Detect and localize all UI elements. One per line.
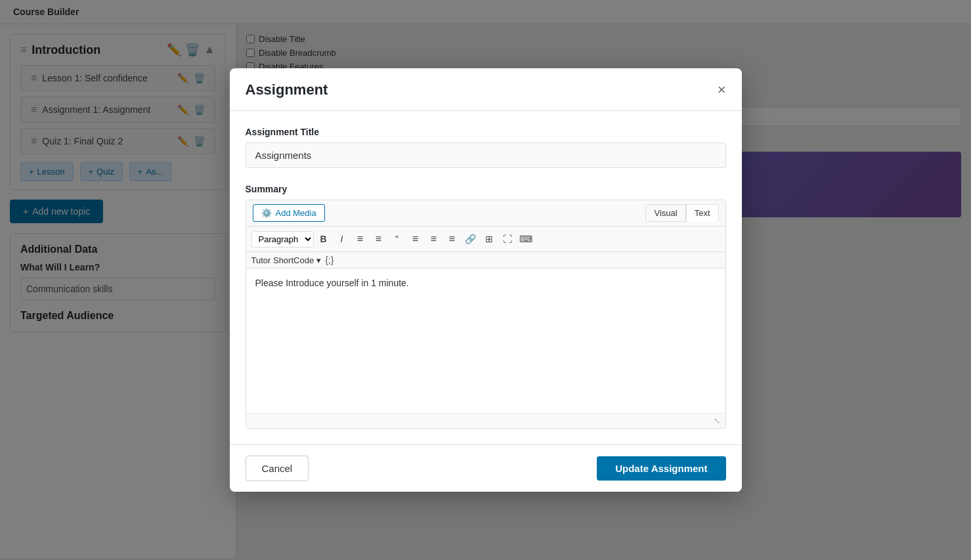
align-right-button[interactable]: ≡ (444, 230, 461, 248)
add-media-button[interactable]: ⚙️ Add Media (253, 204, 325, 222)
assignment-title-label: Assignment Title (246, 127, 726, 137)
editor-container: ⚙️ Add Media Visual Text Paragraph B (246, 200, 726, 429)
bold-button[interactable]: B (315, 230, 332, 248)
summary-label: Summary (246, 184, 726, 194)
chevron-down-icon: ▾ (316, 255, 321, 265)
close-button[interactable]: × (718, 83, 726, 97)
table-button[interactable]: ⊞ (481, 230, 498, 248)
modal-body: Assignment Title Summary ⚙️ Add Media Vi… (230, 111, 742, 444)
shortcode-icon: {;} (325, 255, 334, 265)
ordered-list-button[interactable]: ≡ (370, 230, 387, 248)
editor-toolbar-row2: Tutor ShortCode ▾ {;} (246, 252, 725, 269)
modal-header: Assignment × (230, 68, 742, 111)
resize-handle[interactable]: ⤡ (714, 416, 720, 425)
editor-content-area[interactable]: Please Introduce yourself in 1 minute. (246, 269, 725, 413)
visual-tab[interactable]: Visual (645, 204, 685, 222)
assignment-title-input[interactable] (246, 142, 726, 168)
align-center-button[interactable]: ≡ (425, 230, 442, 248)
summary-section: Summary ⚙️ Add Media Visual Text (246, 184, 726, 429)
cancel-button[interactable]: Cancel (246, 456, 309, 481)
text-tab[interactable]: Text (686, 204, 719, 222)
editor-top-bar: ⚙️ Add Media Visual Text (246, 200, 725, 226)
editor-toolbar-row1: Paragraph B I ≡ ≡ " ≡ ≡ ≡ 🔗 ⊞ ⛶ ⌨ (246, 226, 725, 252)
fullscreen-button[interactable]: ⛶ (499, 230, 516, 248)
editor-footer: ⤡ (246, 413, 725, 428)
align-left-button[interactable]: ≡ (407, 230, 424, 248)
keyboard-button[interactable]: ⌨ (517, 230, 534, 248)
media-icon: ⚙️ (261, 208, 272, 218)
view-tabs: Visual Text (645, 204, 718, 222)
italic-button[interactable]: I (334, 230, 351, 248)
unordered-list-button[interactable]: ≡ (352, 230, 369, 248)
modal-footer: Cancel Update Assignment (230, 444, 742, 492)
modal-title: Assignment (246, 81, 328, 98)
assignment-modal: Assignment × Assignment Title Summary ⚙️… (230, 68, 742, 492)
blockquote-button[interactable]: " (389, 230, 406, 248)
paragraph-select[interactable]: Paragraph (251, 231, 314, 248)
link-button[interactable]: 🔗 (462, 230, 479, 248)
tutor-shortcode-button[interactable]: Tutor ShortCode ▾ (251, 255, 322, 265)
modal-overlay[interactable]: Assignment × Assignment Title Summary ⚙️… (0, 0, 971, 560)
update-assignment-button[interactable]: Update Assignment (597, 456, 725, 481)
